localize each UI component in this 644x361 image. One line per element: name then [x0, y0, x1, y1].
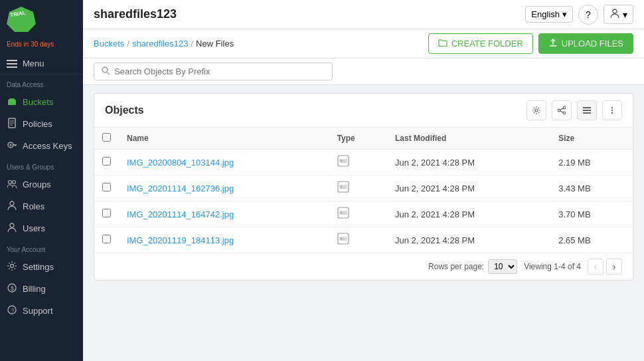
viewing-text: Viewing 1-4 of 4	[524, 262, 581, 271]
row-checkbox-2[interactable]	[102, 209, 111, 217]
trial-info: Ends in 30 days	[0, 39, 83, 53]
svg-point-35	[611, 110, 613, 111]
row-checkbox-cell	[94, 201, 119, 227]
svg-point-25	[535, 109, 538, 112]
file-name-link-1[interactable]: IMG_20201114_162736.jpg	[127, 183, 234, 193]
sidebar-item-access-keys-label: Access Keys	[23, 141, 72, 151]
select-all-header	[94, 128, 119, 150]
objects-panel: Objects	[94, 93, 633, 281]
row-type-2	[329, 201, 387, 227]
row-size-0: 2.19 MB	[550, 150, 633, 176]
create-folder-button[interactable]: CREATE FOLDER	[428, 33, 533, 54]
settings-view-button[interactable]	[526, 100, 546, 120]
search-input[interactable]	[114, 66, 325, 76]
groups-icon	[7, 178, 17, 191]
account-label: Your Account	[0, 239, 83, 256]
file-type-icon-2	[337, 209, 349, 221]
row-name-0: IMG_20200804_103144.jpg	[119, 150, 329, 176]
breadcrumb-current: New Files	[196, 39, 234, 49]
row-checkbox-3[interactable]	[102, 235, 111, 243]
svg-point-9	[10, 144, 12, 146]
file-type-icon-3	[337, 235, 349, 247]
topbar-left: sharedfiles123	[94, 7, 177, 21]
sidebar: TRIAL Ends in 30 days Menu Data Access B…	[0, 0, 83, 361]
roles-icon	[7, 200, 17, 213]
file-name-link-0[interactable]: IMG_20200804_103144.jpg	[127, 158, 234, 168]
row-checkbox-1[interactable]	[102, 183, 111, 191]
svg-text:?: ?	[11, 307, 15, 314]
objects-table: Name Type Last Modified Size IMG_2020080…	[94, 128, 633, 253]
svg-point-39	[340, 160, 343, 162]
svg-line-30	[560, 111, 563, 112]
sidebar-item-groups[interactable]: Groups	[0, 174, 83, 195]
row-name-3: IMG_20201119_184113.jpg	[119, 227, 329, 253]
users-groups-label: Users & Groups	[0, 157, 83, 174]
svg-point-34	[611, 107, 613, 108]
sidebar-item-access-keys[interactable]: Access Keys	[0, 135, 83, 157]
svg-rect-3	[9, 98, 15, 100]
svg-line-24	[108, 72, 110, 75]
file-name-link-2[interactable]: IMG_20201114_164742.jpg	[127, 209, 234, 219]
sidebar-item-roles-label: Roles	[23, 201, 44, 211]
topbar: sharedfiles123 English ▾ ? ▾	[83, 0, 644, 29]
sidebar-item-settings[interactable]: Settings	[0, 256, 83, 278]
prev-page-button[interactable]: ‹	[588, 259, 604, 275]
create-folder-icon	[438, 38, 447, 49]
policies-icon	[7, 118, 17, 130]
language-label: English	[531, 9, 560, 19]
user-icon	[609, 8, 620, 21]
rows-per-page-select[interactable]: 10 25 50	[488, 259, 517, 274]
bucket-icon	[7, 96, 17, 108]
file-type-icon-1	[337, 183, 349, 195]
help-icon: ?	[586, 9, 591, 20]
row-size-2: 3.70 MB	[550, 201, 633, 227]
svg-point-26	[563, 106, 566, 109]
language-button[interactable]: English ▾	[525, 6, 573, 23]
svg-point-28	[563, 112, 566, 114]
row-name-2: IMG_20201114_164742.jpg	[119, 201, 329, 227]
svg-point-42	[340, 185, 343, 188]
upload-files-label: UPLOAD FILES	[562, 39, 623, 49]
sidebar-item-buckets-label: Buckets	[23, 97, 53, 107]
svg-point-36	[611, 112, 613, 114]
breadcrumb-bucket-link[interactable]: sharedfiles123	[132, 39, 189, 49]
select-all-checkbox[interactable]	[102, 133, 111, 142]
page-navigation: ‹ ›	[588, 259, 622, 275]
more-options-button[interactable]	[602, 100, 622, 120]
upload-files-button[interactable]: UPLOAD FILES	[538, 33, 633, 54]
sidebar-item-support[interactable]: ? Support	[0, 300, 83, 322]
sidebar-item-billing[interactable]: $ Billing	[0, 278, 83, 300]
row-checkbox-cell	[94, 176, 119, 201]
sidebar-item-users[interactable]: Users	[0, 217, 83, 239]
help-button[interactable]: ?	[578, 5, 598, 25]
logo-wrap: TRIAL	[7, 5, 36, 34]
last-modified-column-header: Last Modified	[387, 128, 550, 150]
upload-icon	[548, 38, 558, 49]
svg-point-21	[613, 9, 617, 13]
row-type-3	[329, 227, 387, 253]
list-view-button[interactable]	[577, 100, 597, 120]
logo-area: TRIAL	[0, 0, 83, 39]
sidebar-item-buckets[interactable]: Buckets	[0, 91, 83, 113]
svg-point-48	[340, 237, 343, 240]
sidebar-item-roles[interactable]: Roles	[0, 195, 83, 217]
svg-point-14	[10, 201, 14, 205]
rows-per-page: Rows per page: 10 25 50	[428, 259, 517, 274]
content-area: Objects	[83, 85, 644, 361]
breadcrumb-buckets-link[interactable]: Buckets	[94, 39, 124, 49]
share-button[interactable]	[552, 100, 572, 120]
svg-point-15	[10, 223, 14, 227]
sidebar-item-policies[interactable]: Policies	[0, 113, 83, 135]
topbar-right: English ▾ ? ▾	[525, 5, 633, 25]
svg-point-23	[102, 67, 108, 72]
file-name-link-3[interactable]: IMG_20201119_184113.jpg	[127, 235, 234, 245]
menu-toggle[interactable]: Menu	[0, 53, 83, 74]
breadcrumb-sep-2: /	[191, 39, 193, 49]
pagination: Rows per page: 10 25 50 Viewing 1-4 of 4…	[94, 253, 633, 280]
table-row: IMG_20201114_162736.jpg Jun 2, 2021 4:28…	[94, 176, 633, 201]
row-size-1: 3.43 MB	[550, 176, 633, 201]
user-menu-button[interactable]: ▾	[604, 5, 633, 24]
breadcrumb-bar: Buckets / sharedfiles123 / New Files CRE…	[83, 29, 644, 59]
row-checkbox-0[interactable]	[102, 157, 111, 166]
next-page-button[interactable]: ›	[606, 259, 622, 275]
